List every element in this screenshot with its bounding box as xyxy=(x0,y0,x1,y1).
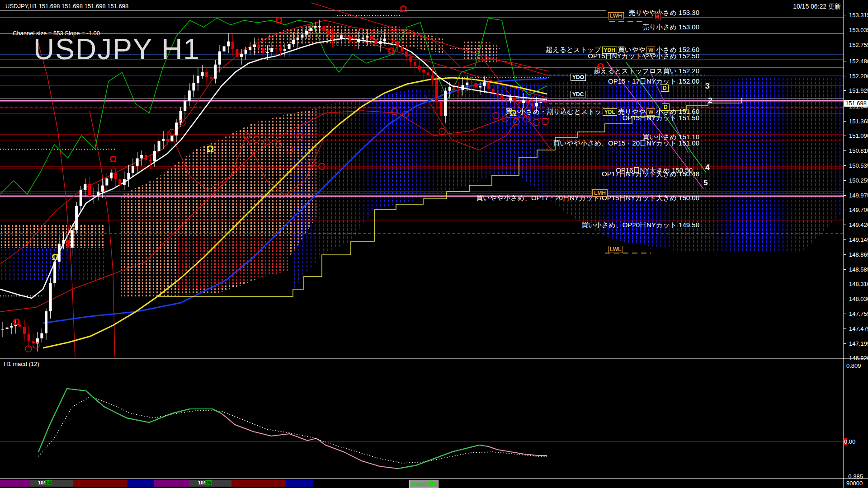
price-tick: 152.755 xyxy=(849,42,868,48)
axis-tick-mark xyxy=(844,15,846,15)
axis-tick-mark xyxy=(844,299,846,299)
level-tag-m: M xyxy=(653,13,661,20)
macd-indicator-label: H1 macd (12) xyxy=(4,361,39,367)
axis-tick-mark xyxy=(844,76,846,76)
annotation-text: OP15・17日NYカット 152.00 xyxy=(608,77,699,86)
axis-tick-mark xyxy=(844,136,846,136)
price-tick: 147.195 xyxy=(849,340,868,347)
timeline-segment xyxy=(73,480,127,487)
timeline-date-label: 10/15 xyxy=(198,480,212,485)
timeline-segment xyxy=(231,480,286,487)
macd-scale-bottom: -0.385 xyxy=(846,473,863,480)
wave-count-label: 5 xyxy=(703,178,708,188)
buy-pattern-marker-icon: Ω xyxy=(52,252,59,263)
timeline-segment xyxy=(30,480,73,487)
price-tick: 150.255 xyxy=(849,177,868,184)
level-tag-lmh: LMH xyxy=(592,189,608,197)
timeline-segment xyxy=(127,480,154,487)
price-level-annotation: 売り小さめ 153.00 xyxy=(642,23,699,32)
price-tick: 148.585 xyxy=(849,266,868,273)
last-update-time: 10/15 06:22 更新 xyxy=(793,3,841,11)
annotation-text: OP15日NYカットやや小さめ 152.50 xyxy=(588,52,699,61)
axis-tick-mark xyxy=(844,314,846,314)
buy-pattern-marker-icon: Ω xyxy=(207,144,214,154)
annotation-text: 買いやや小さめ、OP15・20日NYカット 151.00 xyxy=(553,139,699,148)
axis-tick-mark xyxy=(844,30,846,30)
buy-pattern-marker-icon: Ω xyxy=(509,108,517,118)
price-tick: 149.700 xyxy=(849,206,868,213)
symbol-watermark: USDJPY H1 xyxy=(33,33,200,66)
annotation-text: 買い小さめ・割り込むとストッ xyxy=(505,108,602,116)
chart-canvas[interactable] xyxy=(0,0,868,488)
price-level-annotation: 超えるとストップロス買い 152.20 xyxy=(594,67,699,75)
axis-tick-mark xyxy=(844,239,846,240)
price-tick: 153.315 xyxy=(849,12,868,19)
annotation-text: 買い小さめ、OP20日NYカット 149.50 xyxy=(581,221,699,230)
price-tick: 151.925 xyxy=(849,87,868,94)
price-tick: 150.535 xyxy=(849,162,868,169)
level-tag-d: D xyxy=(661,84,669,92)
macd-scale-top: 0.809 xyxy=(846,362,861,369)
price-tick: 148.310 xyxy=(849,281,868,287)
timeline-segment xyxy=(154,480,189,487)
price-level-annotation: 売りやや小さめ 153.30 xyxy=(628,9,699,17)
axis-tick-mark xyxy=(844,284,846,284)
axis-tick-mark xyxy=(844,358,846,358)
axis-tick-mark xyxy=(844,269,846,270)
sell-pattern-marker-icon: Ω xyxy=(597,61,604,72)
axis-tick-mark xyxy=(844,225,846,225)
axis-tick-mark xyxy=(844,150,846,151)
price-tick: 149.420 xyxy=(849,221,868,228)
sell-pattern-marker-icon: Ω xyxy=(13,317,20,327)
volume-readout: 90000 xyxy=(846,480,863,487)
level-tag-ydl: YDL xyxy=(603,108,617,116)
price-level-annotation: OP15日NYカット 151.50 xyxy=(623,114,699,122)
symbol-quote-header: USDJPY,H1 151.698 151.698 151.698 151.69… xyxy=(5,3,128,9)
axis-tick-mark xyxy=(844,61,846,61)
level-tag-ydc: YDC xyxy=(571,91,585,98)
timeline-date-label: 10/14 xyxy=(38,480,52,485)
price-tick: 149.975 xyxy=(849,192,868,199)
annotation-text: 売りやや小さめ 153.30 xyxy=(628,9,699,17)
price-tick: 148.865 xyxy=(849,251,868,258)
timeline-segment xyxy=(286,480,313,487)
axis-tick-mark xyxy=(844,45,846,45)
price-tick: 152.480 xyxy=(849,58,868,65)
price-tick: 150.810 xyxy=(849,147,868,154)
price-tick: 152.200 xyxy=(849,73,868,80)
level-tag-lwh: LWH xyxy=(608,12,624,19)
wave-count-label: 4 xyxy=(705,163,709,172)
wave-count-label: 3 xyxy=(705,82,709,91)
axis-tick-mark xyxy=(844,165,846,166)
level-tag-d: D xyxy=(662,103,670,111)
axis-tick-mark xyxy=(844,343,846,344)
price-tick: 147.475 xyxy=(849,325,868,332)
axis-tick-mark xyxy=(844,328,846,329)
annotation-text: 買いやや小さめ、OP17・20日NYカット/OP15日NYカット大きめ 150.… xyxy=(476,194,699,202)
annotation-text: 売り小さめ 153.00 xyxy=(642,23,699,32)
price-level-annotation: OP17日NYカット大きめ 150.48 xyxy=(602,170,699,178)
level-tag-ydo: YDO xyxy=(571,74,586,81)
price-tick: 147.755 xyxy=(849,310,868,317)
price-tick: 151.090 xyxy=(849,132,868,139)
price-level-annotation: 買いやや小さめ、OP17・20日NYカット/OP15日NYカット大きめ 150.… xyxy=(476,194,699,202)
wave-count-label: 2 xyxy=(708,96,712,105)
axis-tick-mark xyxy=(844,195,846,196)
axis-tick-mark xyxy=(844,210,846,210)
price-level-annotation: 買いやや小さめ、OP15・20日NYカット 151.00 xyxy=(553,139,699,148)
macd-toggle-button[interactable]: macd ON xyxy=(409,480,439,488)
trading-chart-window: { "header": { "symbol_info": "USDJPY,H1 … xyxy=(0,0,868,488)
axis-tick-mark xyxy=(844,254,846,255)
level-tag-lwl: LWL xyxy=(608,246,623,253)
timeline-segment xyxy=(0,480,30,487)
annotation-text: OP17日NYカット大きめ 150.48 xyxy=(602,170,699,178)
price-tick: 153.035 xyxy=(849,27,868,33)
macd-zero-tag: 0.00 xyxy=(844,438,855,445)
sell-pattern-marker-icon: Ω xyxy=(387,46,395,56)
axis-tick-mark xyxy=(844,121,846,122)
price-level-annotation: OP15・17日NYカット 152.00 xyxy=(608,77,699,86)
price-tick: 148.030 xyxy=(849,296,868,302)
price-tick: 151.365 xyxy=(849,118,868,125)
axis-tick-mark xyxy=(844,90,846,91)
sell-pattern-marker-icon: Ω xyxy=(275,15,283,26)
